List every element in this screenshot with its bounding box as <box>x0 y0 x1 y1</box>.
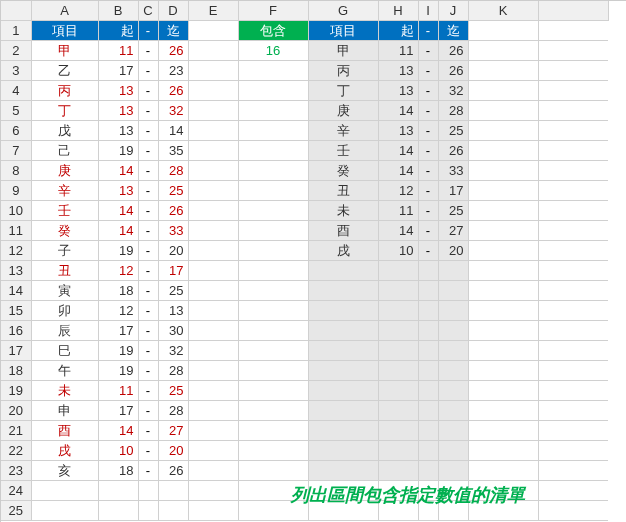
cell-empty[interactable] <box>138 481 158 501</box>
right-empty[interactable] <box>378 281 418 301</box>
right-to[interactable]: 25 <box>438 201 468 221</box>
cell-rest[interactable] <box>538 361 608 381</box>
cell-rest[interactable] <box>538 321 608 341</box>
cell-K[interactable] <box>468 441 538 461</box>
right-item[interactable]: 丙 <box>308 61 378 81</box>
left-item[interactable]: 丁 <box>31 101 98 121</box>
left-item[interactable]: 酉 <box>31 421 98 441</box>
right-item[interactable]: 未 <box>308 201 378 221</box>
cell-empty[interactable] <box>158 481 188 501</box>
right-empty[interactable] <box>378 421 418 441</box>
right-to[interactable]: 32 <box>438 81 468 101</box>
right-to[interactable]: 20 <box>438 241 468 261</box>
right-dash[interactable]: - <box>418 81 438 101</box>
right-from[interactable]: 14 <box>378 141 418 161</box>
col-header-A[interactable]: A <box>31 1 98 21</box>
cell-K[interactable] <box>468 361 538 381</box>
cell-F[interactable] <box>238 61 308 81</box>
left-to[interactable]: 26 <box>158 41 188 61</box>
cell-rest[interactable] <box>538 481 608 501</box>
right-empty[interactable] <box>438 361 468 381</box>
cell-F[interactable] <box>238 221 308 241</box>
cell-K[interactable] <box>468 461 538 481</box>
cell-F[interactable] <box>238 241 308 261</box>
cell-E[interactable] <box>188 81 238 101</box>
cell-E[interactable] <box>188 481 238 501</box>
right-empty[interactable] <box>418 281 438 301</box>
cell-F[interactable] <box>238 161 308 181</box>
left-to[interactable]: 14 <box>158 121 188 141</box>
row-header-14[interactable]: 14 <box>1 281 31 301</box>
left-dash[interactable]: - <box>138 301 158 321</box>
col-header-K[interactable]: K <box>468 1 538 21</box>
right-empty[interactable] <box>418 441 438 461</box>
left-to[interactable]: 26 <box>158 81 188 101</box>
right-to[interactable]: 27 <box>438 221 468 241</box>
left-item[interactable]: 卯 <box>31 301 98 321</box>
left-to[interactable]: 13 <box>158 301 188 321</box>
left-dash[interactable]: - <box>138 101 158 121</box>
cell-rest[interactable] <box>538 501 608 521</box>
cell-K[interactable] <box>468 61 538 81</box>
left-dash[interactable]: - <box>138 361 158 381</box>
cell-F[interactable] <box>238 281 308 301</box>
left-item[interactable]: 戌 <box>31 441 98 461</box>
left-from[interactable]: 13 <box>98 101 138 121</box>
row-header-16[interactable]: 16 <box>1 321 31 341</box>
left-from[interactable]: 14 <box>98 221 138 241</box>
left-dash[interactable]: - <box>138 461 158 481</box>
col-header-D[interactable]: D <box>158 1 188 21</box>
right-empty[interactable] <box>438 461 468 481</box>
right-dash[interactable]: - <box>418 141 438 161</box>
cell-F[interactable] <box>238 101 308 121</box>
right-empty[interactable] <box>308 321 378 341</box>
cell-E[interactable] <box>188 21 238 41</box>
left-dash[interactable]: - <box>138 281 158 301</box>
right-from[interactable]: 14 <box>378 221 418 241</box>
cell-E[interactable] <box>188 61 238 81</box>
left-from[interactable]: 18 <box>98 281 138 301</box>
right-from[interactable]: 13 <box>378 61 418 81</box>
cell-K[interactable] <box>468 221 538 241</box>
right-empty[interactable] <box>308 441 378 461</box>
left-to[interactable]: 28 <box>158 161 188 181</box>
right-empty[interactable] <box>438 381 468 401</box>
left-to[interactable]: 26 <box>158 201 188 221</box>
right-empty[interactable] <box>438 321 468 341</box>
left-item[interactable]: 戊 <box>31 121 98 141</box>
left-from[interactable]: 11 <box>98 41 138 61</box>
left-item[interactable]: 午 <box>31 361 98 381</box>
right-item[interactable]: 酉 <box>308 221 378 241</box>
right-item[interactable]: 丑 <box>308 181 378 201</box>
left-to[interactable]: 26 <box>158 461 188 481</box>
right-empty[interactable] <box>418 361 438 381</box>
right-empty[interactable] <box>438 261 468 281</box>
cell-rest[interactable] <box>538 201 608 221</box>
cell-E[interactable] <box>188 181 238 201</box>
right-empty[interactable] <box>378 261 418 281</box>
left-to[interactable]: 20 <box>158 441 188 461</box>
cell-empty[interactable] <box>158 501 188 521</box>
left-to[interactable]: 27 <box>158 421 188 441</box>
right-empty[interactable] <box>418 401 438 421</box>
right-empty[interactable] <box>308 281 378 301</box>
cell-E[interactable] <box>188 221 238 241</box>
cell-E[interactable] <box>188 261 238 281</box>
cell-rest[interactable] <box>538 341 608 361</box>
left-from[interactable]: 17 <box>98 61 138 81</box>
cell-F[interactable] <box>238 361 308 381</box>
cell-K[interactable] <box>468 421 538 441</box>
cell-E[interactable] <box>188 161 238 181</box>
cell-rest[interactable] <box>538 41 608 61</box>
right-dash[interactable]: - <box>418 41 438 61</box>
right-empty[interactable] <box>378 381 418 401</box>
row-header-6[interactable]: 6 <box>1 121 31 141</box>
cell-F[interactable] <box>238 461 308 481</box>
right-empty[interactable] <box>418 321 438 341</box>
left-dash[interactable]: - <box>138 161 158 181</box>
right-item[interactable]: 甲 <box>308 41 378 61</box>
cell-F[interactable] <box>238 121 308 141</box>
cell-K[interactable] <box>468 381 538 401</box>
cell-rest[interactable] <box>538 21 608 41</box>
left-from[interactable]: 10 <box>98 441 138 461</box>
